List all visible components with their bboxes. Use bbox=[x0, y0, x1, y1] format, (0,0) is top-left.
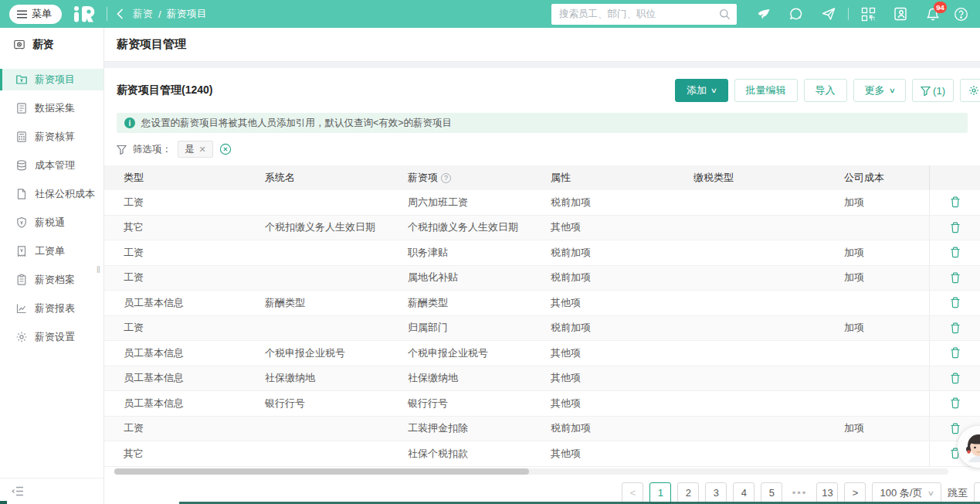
delete-row-icon[interactable] bbox=[950, 297, 961, 308]
cell-属性: 税前加项 bbox=[531, 190, 674, 215]
next-page-button[interactable]: > bbox=[844, 482, 866, 504]
search-input[interactable] bbox=[559, 9, 719, 19]
page-button-3[interactable]: 3 bbox=[705, 482, 727, 504]
delete-row-icon[interactable] bbox=[950, 196, 961, 208]
table-row[interactable]: 工资属地化补贴税前加项加项 bbox=[104, 266, 980, 291]
page-button-1[interactable]: 1 bbox=[649, 482, 671, 504]
sidebar-item-薪税通[interactable]: 薪税通 bbox=[0, 212, 103, 233]
dingtalk-icon[interactable] bbox=[748, 0, 780, 28]
row-actions bbox=[929, 216, 980, 240]
search-box[interactable] bbox=[551, 4, 737, 25]
table-row[interactable]: 工资归属部门税前加项加项 bbox=[104, 316, 980, 342]
cell-薪资项: 个税扣缴义务人生效日期 bbox=[388, 216, 531, 240]
chat-icon[interactable] bbox=[780, 0, 812, 28]
delete-row-icon[interactable] bbox=[950, 397, 961, 409]
table-row[interactable]: 员工基本信息社保缴纳地社保缴纳地其他项 bbox=[104, 366, 980, 392]
hamburger-icon bbox=[17, 10, 27, 19]
clear-filters-icon[interactable] bbox=[219, 143, 232, 155]
back-chevron-icon[interactable] bbox=[117, 9, 124, 19]
page-button-13[interactable]: 13 bbox=[816, 482, 838, 504]
table-row[interactable]: 员工基本信息银行行号银行行号其他项 bbox=[104, 391, 980, 417]
import-button[interactable]: 导入 bbox=[804, 79, 847, 102]
delete-row-icon[interactable] bbox=[950, 222, 961, 233]
more-pages-ellipsis[interactable]: ••• bbox=[788, 482, 810, 504]
page-button-2[interactable]: 2 bbox=[677, 482, 699, 504]
filter-button[interactable]: (1) bbox=[912, 79, 954, 102]
jump-to-input[interactable] bbox=[974, 482, 980, 504]
sidebar-item-label: 工资单 bbox=[35, 244, 65, 258]
cell-薪资项: 周六加班工资 bbox=[388, 190, 531, 215]
sidebar-module-header: 薪资 bbox=[0, 28, 103, 62]
cell-系统名: 个税扣缴义务人生效日期 bbox=[246, 216, 388, 240]
cell-系统名: 银行行号 bbox=[246, 391, 388, 416]
more-button[interactable]: 更多 ∨ bbox=[853, 79, 907, 102]
menu-button[interactable]: 菜单 bbox=[9, 5, 62, 24]
bell-icon[interactable]: 94 bbox=[917, 0, 949, 28]
sidebar-item-薪资项目[interactable]: 薪资项目 bbox=[0, 69, 103, 90]
chart-icon bbox=[15, 302, 28, 315]
sidebar-item-薪资核算[interactable]: 薪资核算 bbox=[0, 126, 103, 148]
shield-icon bbox=[15, 216, 28, 229]
horizontal-scrollbar[interactable] bbox=[114, 468, 948, 475]
filter-tag[interactable]: 是 ✕ bbox=[178, 141, 213, 158]
contacts-icon[interactable] bbox=[884, 0, 917, 28]
help-tooltip-icon[interactable]: ? bbox=[441, 173, 451, 183]
delete-row-icon[interactable] bbox=[950, 423, 961, 434]
row-actions bbox=[929, 190, 980, 215]
column-header-薪资项: 薪资项? bbox=[388, 165, 531, 190]
delete-row-icon[interactable] bbox=[950, 373, 961, 384]
search-icon[interactable] bbox=[719, 9, 731, 20]
delete-row-icon[interactable] bbox=[950, 322, 961, 334]
cell-缴税类型 bbox=[674, 216, 825, 240]
filter-tag-value: 是 bbox=[185, 143, 195, 156]
cell-类型: 其它 bbox=[104, 216, 246, 240]
sidebar-item-薪资档案[interactable]: 薪资档案 bbox=[0, 269, 103, 291]
prev-page-button[interactable]: < bbox=[622, 482, 643, 504]
table-row[interactable]: 员工基本信息个税申报企业税号个税申报企业税号其他项 bbox=[104, 341, 980, 366]
filter-row: 筛选项： 是 ✕ bbox=[117, 139, 968, 159]
sidebar-item-label: 薪资核算 bbox=[35, 130, 75, 144]
content-card: 薪资项目管理(1240) 添加 ∨ 批量编辑 导入 更多 ∨ bbox=[104, 68, 980, 504]
cell-属性: 税前加项 bbox=[531, 316, 674, 341]
send-icon[interactable] bbox=[812, 0, 845, 28]
page-size-select[interactable]: 100 条/页∨ bbox=[872, 482, 941, 504]
table-row[interactable]: 员工基本信息薪酬类型薪酬类型其他项 bbox=[104, 291, 980, 316]
table-row[interactable]: 工资职务津贴税前加项加项 bbox=[104, 240, 980, 266]
delete-row-icon[interactable] bbox=[950, 272, 961, 284]
settings-button[interactable] bbox=[960, 79, 980, 102]
table-row[interactable]: 工资工装押金扣除税前加项加项 bbox=[104, 417, 980, 442]
cell-公司成本: 加项 bbox=[825, 266, 929, 291]
sidebar-item-薪资设置[interactable]: 薪资设置 bbox=[0, 326, 103, 348]
sidebar-item-label: 成本管理 bbox=[35, 158, 75, 172]
page-button-4[interactable]: 4 bbox=[733, 482, 754, 504]
table-row[interactable]: 其它社保个税扣款其他项 bbox=[104, 441, 980, 467]
sidebar-item-数据采集[interactable]: 数据采集 bbox=[0, 97, 103, 119]
row-actions bbox=[929, 266, 980, 291]
scrollbar-thumb[interactable] bbox=[114, 468, 529, 475]
cell-系统名 bbox=[246, 190, 388, 215]
batch-edit-button[interactable]: 批量编辑 bbox=[734, 79, 798, 102]
jump-to-label: 跳至 bbox=[948, 486, 968, 500]
cell-类型: 工资 bbox=[104, 190, 246, 215]
sidebar-collapse-button[interactable] bbox=[0, 478, 103, 504]
breadcrumb-parent[interactable]: 薪资 bbox=[133, 7, 153, 21]
qrcode-icon[interactable] bbox=[852, 0, 884, 28]
delete-row-icon[interactable] bbox=[950, 347, 961, 359]
help-icon[interactable] bbox=[949, 0, 972, 28]
table-row[interactable]: 工资周六加班工资税前加项加项 bbox=[104, 190, 980, 216]
bottom-edge-corner bbox=[0, 501, 7, 504]
table-row[interactable]: 其它个税扣缴义务人生效日期个税扣缴义务人生效日期其他项 bbox=[104, 216, 980, 241]
page-button-5[interactable]: 5 bbox=[761, 482, 782, 504]
sidebar-resize-handle[interactable]: ‖ bbox=[97, 264, 101, 275]
cell-属性: 其他项 bbox=[531, 391, 674, 416]
cell-属性: 其他项 bbox=[531, 441, 674, 466]
remove-tag-icon[interactable]: ✕ bbox=[199, 145, 206, 155]
add-button[interactable]: 添加 ∨ bbox=[675, 79, 728, 102]
sidebar-item-label: 薪资项目 bbox=[35, 73, 75, 87]
sidebar-item-薪资报表[interactable]: 薪资报表 bbox=[0, 298, 103, 319]
delete-row-icon[interactable] bbox=[950, 247, 961, 258]
sidebar-item-工资单[interactable]: 工资单 bbox=[0, 240, 103, 262]
sidebar-item-成本管理[interactable]: 成本管理 bbox=[0, 155, 103, 176]
cell-属性: 其他项 bbox=[531, 216, 674, 240]
sidebar-item-社保公积成本[interactable]: 社保公积成本 bbox=[0, 183, 103, 205]
